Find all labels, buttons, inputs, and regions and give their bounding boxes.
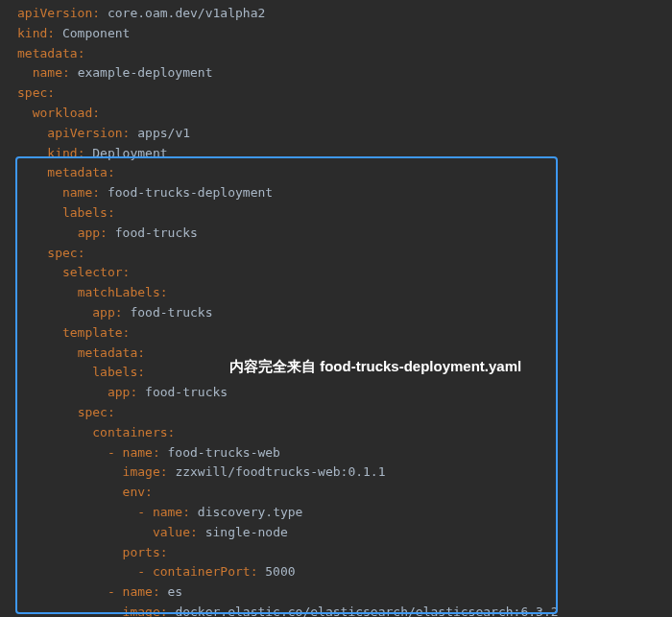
- gutter-mark: [4, 195, 17, 197]
- code-content: kind: Component: [17, 24, 130, 44]
- code-content: value: single-node: [17, 523, 288, 543]
- token-val: food-trucks: [145, 385, 228, 399]
- gutter-mark: [4, 494, 17, 496]
- gutter-mark: [4, 235, 17, 237]
- code-line[interactable]: app: food-trucks: [4, 303, 672, 323]
- token-val: discovery.type: [198, 505, 303, 519]
- code-line[interactable]: kind: Deployment: [4, 144, 672, 164]
- code-content: template:: [17, 323, 130, 344]
- code-line[interactable]: containers:: [4, 423, 672, 443]
- token-key: selector: [62, 265, 123, 279]
- token-col: :: [168, 425, 176, 439]
- gutter-mark: [4, 374, 17, 376]
- gutter-mark: [4, 474, 17, 476]
- token-col: :: [160, 605, 176, 617]
- code-line[interactable]: spec:: [4, 403, 672, 423]
- code-line[interactable]: template:: [4, 323, 672, 344]
- code-line[interactable]: image: zzxwill/foodtrucks-web:0.1.1: [4, 463, 672, 483]
- gutter-mark: [4, 534, 17, 536]
- token-col: :: [137, 365, 145, 379]
- token-val: food-trucks-web: [168, 445, 280, 460]
- token-key: apiVersion: [47, 126, 122, 140]
- code-line[interactable]: value: single-node: [4, 523, 672, 543]
- code-line[interactable]: labels:: [4, 203, 672, 224]
- token-val: example-deployment: [78, 65, 213, 80]
- code-line[interactable]: - containerPort: 5000: [4, 562, 672, 582]
- code-line[interactable]: name: example-deployment: [4, 63, 672, 83]
- token-key: containers: [92, 425, 167, 439]
- code-content: spec:: [17, 244, 84, 264]
- code-line[interactable]: apiVersion: apps/v1: [4, 124, 672, 144]
- code-line[interactable]: name: food-trucks-deployment: [4, 183, 672, 203]
- code-line[interactable]: metadata:: [4, 163, 672, 183]
- code-line[interactable]: spec:: [4, 244, 672, 264]
- code-line[interactable]: kind: Component: [4, 24, 672, 44]
- code-line[interactable]: - name: es: [4, 582, 672, 603]
- code-content: selector:: [17, 263, 130, 283]
- token-val: single-node: [205, 525, 288, 539]
- code-line[interactable]: workload:: [4, 104, 672, 124]
- token-key: spec: [47, 246, 77, 260]
- token-col: :: [123, 126, 138, 140]
- code-line[interactable]: metadata:: [4, 344, 672, 364]
- code-content: env:: [17, 483, 153, 503]
- token-col: :: [47, 26, 62, 40]
- code-content: metadata:: [17, 344, 145, 364]
- token-val: 5000: [265, 564, 295, 579]
- token-col: :: [182, 505, 198, 519]
- code-content: image: zzxwill/foodtrucks-web:0.1.1: [17, 463, 386, 483]
- code-content: spec:: [17, 83, 55, 104]
- code-line[interactable]: labels:: [4, 363, 672, 383]
- token-key: workload: [33, 106, 93, 120]
- code-content: metadata:: [17, 44, 84, 64]
- code-content: - name: discovery.type: [17, 503, 302, 523]
- code-content: - name: food-trucks-web: [17, 443, 280, 463]
- gutter-mark: [4, 95, 17, 97]
- token-val: Component: [62, 26, 130, 40]
- gutter-mark: [4, 514, 17, 516]
- code-content: app: food-trucks: [17, 383, 228, 403]
- code-content: image: docker.elastic.co/elasticsearch/e…: [17, 603, 559, 617]
- code-line[interactable]: app: food-trucks: [4, 383, 672, 403]
- gutter-mark: [4, 36, 17, 37]
- code-line[interactable]: metadata:: [4, 44, 672, 64]
- token-col: :: [100, 225, 115, 240]
- token-val: Deployment: [92, 146, 167, 160]
- gutter-mark: [4, 175, 17, 177]
- token-key: name: [123, 445, 153, 460]
- code-line[interactable]: - name: food-trucks-web: [4, 443, 672, 463]
- code-content: spec:: [17, 403, 115, 423]
- code-line[interactable]: matchLabels:: [4, 283, 672, 303]
- code-line[interactable]: app: food-trucks: [4, 224, 672, 244]
- code-editor[interactable]: apiVersion: core.oam.dev/v1alpha2kind: C…: [0, 0, 672, 617]
- code-line[interactable]: ports:: [4, 543, 672, 563]
- token-key: spec: [17, 85, 47, 100]
- token-key: value: [153, 525, 190, 539]
- token-val: core.oam.dev/v1alpha2: [108, 6, 265, 20]
- token-key: spec: [78, 405, 108, 419]
- token-key: matchLabels: [78, 285, 160, 299]
- token-col: :: [78, 146, 93, 160]
- token-col: :: [62, 65, 78, 80]
- token-val: food-trucks: [115, 225, 198, 240]
- token-col: :: [108, 205, 115, 220]
- code-content: - name: es: [17, 582, 182, 603]
- code-line[interactable]: selector:: [4, 263, 672, 283]
- token-val: apps/v1: [137, 126, 190, 140]
- gutter-mark: [4, 115, 17, 117]
- token-val: docker.elastic.co/elasticsearch/elastics…: [175, 605, 558, 617]
- code-line[interactable]: - name: discovery.type: [4, 503, 672, 523]
- code-content: labels:: [17, 363, 145, 383]
- token-key: name: [62, 185, 92, 200]
- code-line[interactable]: env:: [4, 483, 672, 503]
- token-col: :: [153, 584, 168, 599]
- token-col: :: [92, 106, 100, 120]
- token-key: metadata: [78, 345, 138, 360]
- code-line[interactable]: apiVersion: core.oam.dev/v1alpha2: [4, 4, 672, 24]
- token-col: :: [160, 545, 168, 559]
- code-line[interactable]: spec:: [4, 83, 672, 104]
- token-val: zzxwill/foodtrucks-web:0.1.1: [175, 464, 385, 479]
- token-col: :: [160, 285, 168, 299]
- token-col: :: [47, 85, 55, 100]
- code-line[interactable]: image: docker.elastic.co/elasticsearch/e…: [4, 603, 672, 617]
